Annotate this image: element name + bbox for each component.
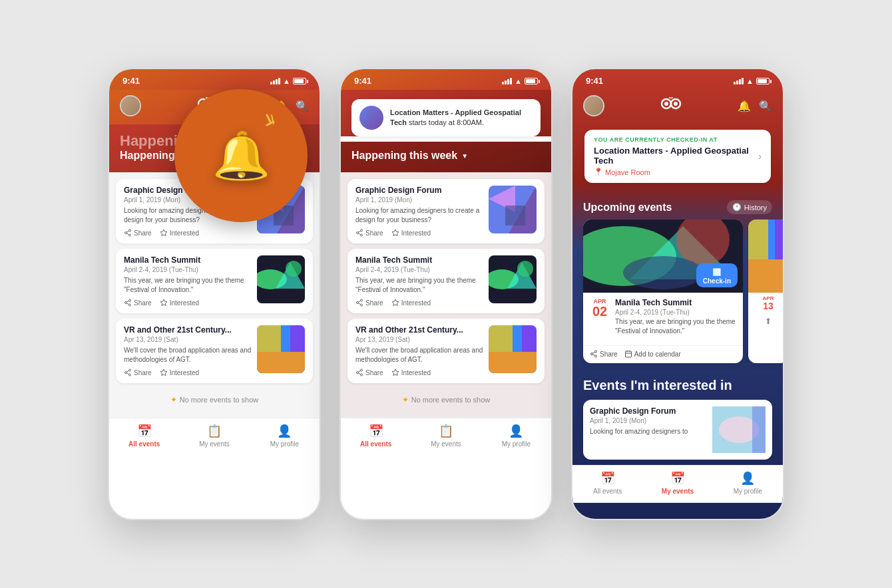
svg-line-51 [358, 301, 360, 302]
svg-point-23 [286, 261, 302, 277]
notif-text-2: Location Matters - Applied Geospatial Te… [390, 108, 533, 128]
event-actions-2-1: Share Interested [355, 229, 483, 237]
svg-line-41 [358, 231, 360, 232]
svg-point-26 [129, 374, 131, 376]
svg-point-15 [125, 302, 127, 304]
svg-marker-62 [392, 369, 399, 376]
events-list-2: Graphic Design Forum April 1, 2019 (Mon)… [341, 172, 551, 418]
svg-rect-33 [290, 325, 305, 352]
svg-marker-29 [160, 369, 167, 376]
interested-btn-1-2[interactable]: Interested [160, 299, 199, 307]
share-btn-1-3[interactable]: Share [124, 368, 152, 376]
svg-point-24 [129, 369, 131, 371]
checkin-banner-3[interactable]: YOU ARE CURRENTLY CHECKED-IN AT Location… [584, 130, 771, 183]
search-icon-3[interactable]: 🔍 [759, 100, 772, 112]
nav-my-events-3[interactable]: 📅 My events [642, 471, 712, 495]
calendar-icon-1: 📅 [137, 424, 152, 438]
svg-point-48 [357, 302, 359, 304]
status-icons-1: ▲ [270, 77, 306, 85]
history-button-3[interactable]: 🕐 History [727, 200, 772, 214]
event-date-2-3: Apr 13, 2019 (Sat) [355, 336, 483, 343]
svg-marker-32 [257, 325, 281, 352]
share-btn-2-3[interactable]: Share [355, 368, 383, 376]
share-icon-small[interactable]: ⬆ [765, 317, 772, 326]
upcoming-thumb-3-1: ▦ Check-in [583, 220, 743, 293]
interested-thumb-3-1 [712, 406, 766, 453]
event-title-2-3: VR and Other 21st Century... [355, 325, 483, 335]
wifi-icon-2: ▲ [515, 77, 522, 85]
svg-marker-52 [392, 299, 399, 306]
svg-line-18 [126, 301, 128, 302]
chevron-right-icon: › [758, 151, 762, 162]
svg-marker-65 [489, 325, 513, 352]
share-btn-3-1[interactable]: Share [590, 350, 618, 358]
nav-profile-1[interactable]: 👤 My profile [250, 424, 320, 448]
svg-marker-87 [748, 220, 768, 259]
interested-section-3: Events I'm interested in Graphic Design … [572, 371, 783, 465]
svg-marker-42 [392, 229, 399, 236]
status-icons-3: ▲ [734, 77, 770, 85]
bottom-nav-2: 📅 All events 📋 My events 👤 My profile [341, 418, 551, 456]
event-title-2-2: Manila Tech Summit [355, 255, 483, 265]
event-desc-1-2: This year, we are bringing you the theme… [124, 276, 252, 295]
svg-line-50 [358, 303, 360, 305]
notification-icon-3[interactable]: 🔔 [738, 100, 751, 112]
svg-rect-66 [522, 325, 537, 352]
svg-point-77 [591, 353, 593, 355]
time-1: 9:41 [122, 76, 140, 86]
status-bar-2: 9:41 ▲ [341, 69, 551, 90]
profile-icon-1: 👤 [277, 424, 292, 438]
interested-btn-2-1[interactable]: Interested [391, 229, 431, 237]
svg-point-4 [129, 229, 131, 231]
checkin-label: YOU ARE CURRENTLY CHECKED-IN AT [594, 136, 762, 143]
upcoming-header-3: Upcoming events 🕐 History [572, 194, 783, 220]
nav-all-events-2[interactable]: 📅 All events [341, 424, 411, 448]
signal-icon-3 [734, 78, 744, 84]
upcoming-cards-3: ▦ Check-in APR 02 Manila Tech Summit Apr… [572, 220, 783, 371]
svg-point-70 [674, 102, 678, 106]
share-btn-1-1[interactable]: Share [124, 229, 152, 237]
chevron-down-icon-2: ▼ [461, 152, 468, 160]
signal-icon-2 [502, 78, 512, 84]
interested-btn-2-2[interactable]: Interested [391, 299, 431, 307]
share-btn-2-1[interactable]: Share [355, 229, 383, 237]
svg-point-58 [357, 372, 359, 374]
event-thumb-2-1 [489, 186, 537, 233]
svg-marker-91 [752, 406, 766, 453]
small-date-3-2: APR 13 [748, 293, 783, 313]
nav-profile-2[interactable]: 👤 My profile [481, 424, 551, 448]
my-events-icon-2: 📋 [439, 424, 453, 438]
search-icon-1[interactable]: 🔍 [296, 100, 309, 112]
nav-all-events-1[interactable]: 📅 All events [109, 424, 179, 448]
status-bar-3: 9:41 ▲ [572, 69, 783, 90]
interested-btn-2-3[interactable]: Interested [391, 368, 431, 376]
profile-icon-3: 👤 [740, 471, 755, 486]
svg-line-7 [126, 233, 128, 235]
event-title-1-3: VR and Other 21st Century... [124, 325, 252, 335]
nav-all-events-3[interactable]: 📅 All events [572, 471, 642, 495]
avatar-1 [120, 95, 141, 116]
qr-icon: ▦ [712, 266, 721, 277]
interested-btn-1-3[interactable]: Interested [160, 368, 199, 376]
notification-area-2: Location Matters - Applied Geospatial Te… [341, 90, 551, 136]
week-selector-2[interactable]: Happening this week ▼ [351, 150, 541, 162]
svg-point-59 [361, 374, 363, 376]
calendar-btn-3-1[interactable]: Add to calendar [624, 350, 681, 358]
nav-my-events-1[interactable]: 📋 My events [179, 424, 249, 448]
svg-rect-88 [775, 220, 783, 259]
event-desc-1-3: We'll cover the broad application areas … [124, 346, 252, 365]
event-title-1-2: Manila Tech Summit [124, 255, 252, 265]
bell-icon: 🔔 [212, 128, 270, 183]
checkin-badge-3[interactable]: ▦ Check-in [696, 263, 738, 287]
svg-rect-86 [748, 259, 783, 293]
bottom-nav-3: 📅 All events 📅 My events 👤 My profile [572, 465, 783, 503]
upcoming-actions-3-1: Share Add to calendar [583, 345, 743, 363]
share-btn-1-2[interactable]: Share [124, 299, 152, 307]
date-box-3-1: APR 02 [590, 298, 610, 318]
interested-btn-1-1[interactable]: Interested [160, 229, 199, 237]
share-btn-2-2[interactable]: Share [355, 299, 383, 307]
no-more-1: ✦ No more events to show [116, 388, 313, 411]
event-thumb-1-2 [257, 255, 305, 303]
nav-my-events-2[interactable]: 📋 My events [411, 424, 481, 448]
nav-profile-3[interactable]: 👤 My profile [713, 471, 783, 495]
